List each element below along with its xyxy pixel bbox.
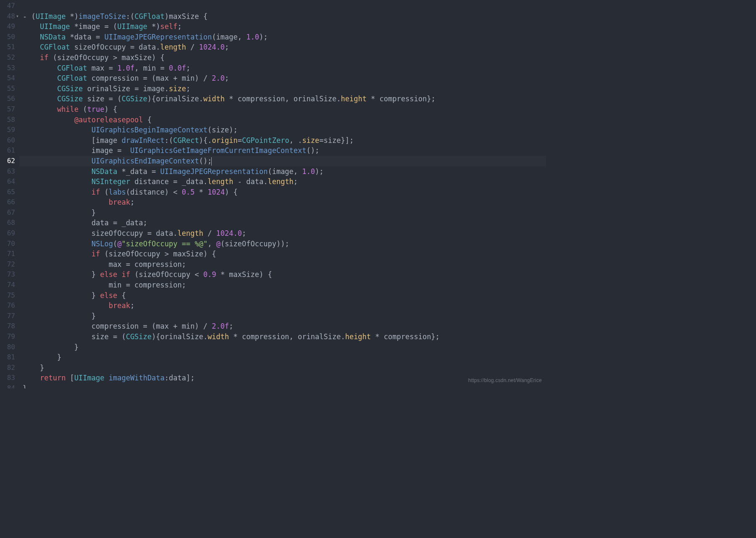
- code-line[interactable]: - (UIImage *)imageToSize:(CGFloat)maxSiz…: [23, 11, 546, 22]
- code-token: max = compression;: [23, 260, 186, 269]
- code-line[interactable]: } else if (sizeOfOccupy < 0.9 * maxSize)…: [23, 269, 546, 280]
- code-token: 1.0f: [117, 64, 134, 72]
- code-line[interactable]: max = compression;: [23, 259, 546, 270]
- code-token: @: [216, 240, 220, 248]
- code-token: [23, 95, 57, 103]
- code-token: [23, 177, 92, 186]
- code-line[interactable]: CGFloat max = 1.0f, min = 0.0f;: [23, 63, 546, 74]
- code-line[interactable]: NSData *data = UIImageJPEGRepresentation…: [23, 32, 546, 42]
- code-token: length: [177, 229, 203, 237]
- code-token: CGSize: [126, 332, 152, 341]
- code-token: width: [203, 95, 225, 103]
- code-token: if: [40, 53, 48, 62]
- code-line[interactable]: }: [23, 363, 546, 373]
- code-token: * compression, orinalSize.: [225, 95, 341, 103]
- code-token: orinalSize = image.: [83, 84, 169, 93]
- code-token: - (: [23, 12, 36, 21]
- code-line[interactable]: data = _data;: [23, 218, 546, 228]
- code-token: (sizeOfOccupy <: [130, 270, 203, 279]
- code-token: data = _data;: [23, 219, 147, 227]
- code-token: }: [23, 291, 100, 300]
- code-token: (image,: [268, 167, 302, 176]
- code-line[interactable]: @autoreleasepool {: [23, 115, 546, 125]
- code-line[interactable]: return [UIImage imageWithData:data];: [23, 373, 546, 383]
- code-line[interactable]: [23, 1, 546, 11]
- code-line[interactable]: if (labs(distance) < 0.5 * 1024) {: [23, 187, 546, 198]
- code-token: height: [341, 95, 366, 103]
- line-number: 54: [0, 73, 19, 84]
- code-line[interactable]: UIGraphicsEndImageContext();: [19, 156, 546, 166]
- code-line[interactable]: CGSize orinalSize = image.size;: [23, 84, 546, 94]
- code-line[interactable]: [image drawInRect:(CGRect){.origin=CGPoi…: [23, 135, 546, 146]
- code-line[interactable]: CGFloat compression = (max + min) / 2.0;: [23, 73, 546, 84]
- code-line[interactable]: UIGraphicsBeginImageContext(size);: [23, 125, 546, 135]
- code-token: if: [121, 270, 130, 279]
- line-number: 49: [0, 21, 19, 32]
- code-token: NSData: [40, 33, 66, 41]
- code-token: if: [92, 250, 100, 258]
- code-token: }: [23, 364, 44, 372]
- line-number: 57: [0, 104, 19, 115]
- line-number: 47: [0, 1, 19, 11]
- code-line[interactable]: size = (CGSize){orinalSize.width * compr…: [23, 332, 546, 342]
- code-line[interactable]: }: [23, 342, 546, 353]
- code-line[interactable]: while (true) {: [23, 104, 546, 115]
- code-token: UIImage: [117, 22, 147, 31]
- code-token: UIImageJPEGRepresentation: [105, 33, 212, 41]
- code-line[interactable]: break;: [23, 301, 546, 311]
- code-token: * maxSize) {: [216, 270, 272, 279]
- line-number: 60: [0, 135, 19, 146]
- code-line[interactable]: }: [23, 352, 546, 363]
- line-number: 68: [0, 218, 19, 228]
- code-line[interactable]: }: [23, 383, 546, 388]
- code-token: }: [23, 353, 61, 361]
- line-number: 50: [0, 32, 19, 42]
- code-line[interactable]: if (sizeOfOccupy > maxSize) {: [23, 53, 546, 63]
- code-line[interactable]: break;: [23, 197, 546, 208]
- code-token: 0.0f: [169, 64, 186, 72]
- code-line[interactable]: compression = (max + min) / 2.0f;: [23, 321, 546, 332]
- code-token: *): [147, 22, 160, 31]
- line-number: 69: [0, 228, 19, 239]
- code-token: return: [40, 374, 66, 382]
- code-line[interactable]: image = UIGraphicsGetImageFromCurrentIma…: [23, 145, 546, 156]
- code-token: size = (: [23, 332, 126, 341]
- code-token: CGRect: [173, 136, 199, 145]
- code-editor[interactable]: 4748495051525354555657585960616263646566…: [0, 0, 546, 388]
- code-line[interactable]: NSData *_data = UIImageJPEGRepresentatio…: [23, 166, 546, 177]
- code-token: [23, 240, 92, 248]
- code-token: NSLog: [92, 240, 113, 248]
- code-token: ){orinalSize.: [152, 332, 207, 341]
- code-area[interactable]: - (UIImage *)imageToSize:(CGFloat)maxSiz…: [19, 0, 546, 388]
- code-line[interactable]: sizeOfOccupy = data.length / 1024.0;: [23, 228, 546, 239]
- code-token: size = (: [83, 95, 121, 103]
- code-token: height: [345, 332, 371, 341]
- code-token: [23, 374, 40, 382]
- code-token: (size);: [207, 126, 238, 134]
- code-line[interactable]: }: [23, 208, 546, 218]
- code-line[interactable]: CGSize size = (CGSize){orinalSize.width …: [23, 94, 546, 104]
- code-token: [23, 74, 57, 82]
- code-token: * compression};: [367, 95, 436, 103]
- code-token: }: [23, 312, 96, 320]
- code-line[interactable]: CGFloat sizeOfOccupy = data.length / 102…: [23, 42, 546, 53]
- code-token: compression = (max + min) /: [87, 74, 212, 82]
- code-line[interactable]: } else {: [23, 290, 546, 301]
- code-token: ;: [229, 322, 233, 330]
- code-token: compression = (max + min) /: [23, 322, 212, 330]
- code-token: 1024.0: [199, 43, 225, 51]
- code-line[interactable]: }: [23, 311, 546, 322]
- code-token: 0.9: [203, 270, 216, 279]
- code-token: ;: [130, 198, 134, 206]
- code-line[interactable]: UIImage *image = (UIImage *)self;: [23, 21, 546, 32]
- code-token: ){.: [199, 136, 212, 145]
- code-token: @autoreleasepool: [74, 116, 143, 124]
- code-token: ;: [294, 177, 298, 186]
- code-token: CGFloat: [134, 12, 165, 21]
- code-line[interactable]: min = compression;: [23, 280, 546, 290]
- code-line[interactable]: NSInteger distance = _data.length - data…: [23, 177, 546, 187]
- code-line[interactable]: NSLog(@"sizeOfOccupy == %@", @(sizeOfOcc…: [23, 239, 546, 249]
- code-token: *_data =: [117, 167, 160, 176]
- line-number: 72: [0, 259, 19, 270]
- code-line[interactable]: if (sizeOfOccupy > maxSize) {: [23, 249, 546, 259]
